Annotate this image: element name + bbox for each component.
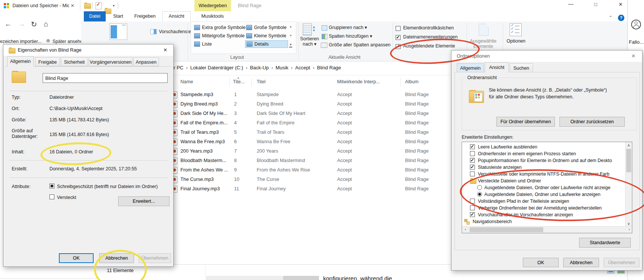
property-value: Dateiordner <box>49 95 74 100</box>
setting-checkbox[interactable] <box>470 171 475 176</box>
account-icon[interactable] <box>631 20 641 29</box>
advanced-setting-item[interactable]: Ordnerfenster in einem eigenen Prozess s… <box>462 151 626 157</box>
file-name: 200 Years.mp3 <box>180 148 231 154</box>
tab-start[interactable]: Start <box>109 11 128 21</box>
advanced-setting-item[interactable]: Leere Laufwerke ausblenden <box>462 144 626 150</box>
advanced-setting-item[interactable]: Verschlüsselte oder komprimierte NTFS-Da… <box>462 171 626 177</box>
browser-bottom-panel <box>206 275 283 280</box>
defaults-button[interactable]: Standardwerte <box>579 238 631 248</box>
setting-checkbox[interactable] <box>470 205 475 210</box>
advanced-setting-item[interactable]: Statusleiste anzeigen <box>462 164 626 171</box>
properties-tab-vorgängerversionen[interactable]: Vorgängerversionen <box>89 57 132 66</box>
apply-button[interactable]: Übernehmen <box>139 253 171 263</box>
file-track: 1 <box>234 92 237 97</box>
advanced-settings-list[interactable]: Leere Laufwerke ausblendenOrdnerfenster … <box>462 142 632 233</box>
folder-options-title: Ordneroptionen <box>457 54 490 59</box>
setting-label: Ausgeblendete Dateien, Ordner oder Laufw… <box>484 185 610 190</box>
advanced-setting-item[interactable]: Vorherige Ordnerfenster bei der Anmeldun… <box>462 205 626 211</box>
horizontal-scrollbar[interactable]: ‹ › <box>462 226 632 233</box>
folder-name-input[interactable]: Blind Rage <box>43 73 168 83</box>
setting-label: Verschlüsselte oder komprimierte NTFS-Da… <box>478 171 609 177</box>
advanced-setting-item[interactable]: Popupinformationen für Elemente in Ordne… <box>462 158 626 164</box>
advanced-setting-item[interactable]: Versteckte Dateien und Ordner <box>462 178 626 184</box>
folder-view-text-2: für alle Ordner dieses Typs übernehmen. <box>489 94 573 99</box>
tab-close-icon[interactable]: ✕ <box>71 3 74 8</box>
setting-folder-icon <box>470 179 476 184</box>
browser-back-icon[interactable]: ← <box>5 20 12 28</box>
navigation-pane-icon[interactable] <box>109 23 127 40</box>
setting-checkbox[interactable] <box>470 158 475 163</box>
setting-radio[interactable] <box>477 185 482 190</box>
properties-tab-allgemein[interactable]: Allgemein <box>7 56 34 67</box>
file-track: 9 <box>234 167 237 173</box>
property-value: C:\Back-Up\Musik\Accept <box>49 106 102 111</box>
bookmark-import[interactable]: ezeichen importier... <box>0 39 42 44</box>
file-title: Stampede <box>257 92 279 97</box>
fo-ok-button[interactable]: OK <box>523 258 559 267</box>
property-label: Ort: <box>12 106 48 112</box>
folder-options-tab-allgemein[interactable]: Allgemein <box>457 63 484 72</box>
advanced-setting-item[interactable]: Ausgeblendete Dateien, Ordner und Laufwe… <box>462 191 626 198</box>
folder-options-tab-suchen[interactable]: Suchen <box>510 63 533 72</box>
ribbon-checkbox[interactable] <box>396 35 401 40</box>
file-name: The Curse.mp3 <box>180 176 231 182</box>
scroll-left-icon[interactable]: ‹ <box>463 227 468 232</box>
tab-freigeben[interactable]: Freigeben <box>131 11 159 21</box>
advanced-setting-item[interactable]: Vollständigen Pfad in der Titelleiste an… <box>462 198 626 205</box>
setting-label: Navigationsbereich <box>473 219 512 224</box>
created-label: Erstellt: <box>12 166 27 171</box>
screenshot-root: Dateien und Speicher - Microso ✕ ← → ↻ ⌂… <box>0 0 644 280</box>
collapse-ribbon-icon[interactable]: ⌃ <box>609 15 612 20</box>
browser-home-icon[interactable]: ⌂ <box>44 20 48 28</box>
setting-tree-icon <box>464 219 470 224</box>
properties-tab-anpassen[interactable]: Anpassen <box>133 57 159 66</box>
qat-customize-icon[interactable]: ▾ <box>113 4 115 8</box>
tab-datei[interactable]: Datei <box>84 11 106 21</box>
readonly-checkbox[interactable] <box>49 184 54 188</box>
minimize-button[interactable]: — <box>563 1 578 9</box>
file-title: Bloodbath Mastermind <box>257 158 305 163</box>
fo-cancel-button[interactable]: Abbrechen <box>563 258 599 267</box>
file-track: 4 <box>234 120 237 125</box>
advanced-setting-item[interactable]: Ausgeblendete Dateien, Ordner oder Laufw… <box>462 185 626 191</box>
setting-checkbox[interactable] <box>470 151 475 156</box>
ok-button[interactable]: OK <box>59 253 94 263</box>
advanced-setting-item[interactable]: Navigationsbereich <box>462 219 626 225</box>
folder-options-tab-ansicht[interactable]: Ansicht <box>485 62 509 73</box>
scroll-down-icon[interactable]: ∨ <box>626 221 632 226</box>
properties-tab-freigabe[interactable]: Freigabe <box>35 57 60 66</box>
ribbon-checkbox[interactable] <box>396 26 401 31</box>
bookmark-later[interactable]: Später ansehe <box>52 39 83 44</box>
advanced-setting-item[interactable]: Vorschauhandler im Vorschaufenster anzei… <box>462 212 626 218</box>
properties-close-icon[interactable]: ✕ <box>160 44 171 55</box>
fo-apply-button[interactable]: Übernehmen <box>604 258 639 267</box>
browser-tab[interactable]: Dateien und Speicher - Microso ✕ <box>0 0 80 11</box>
setting-checkbox[interactable] <box>470 212 475 217</box>
scroll-right-icon[interactable]: › <box>627 227 632 232</box>
folder-options-close-icon[interactable]: ✕ <box>628 50 639 61</box>
apply-to-folders-button[interactable]: Für Ordner übernehmen <box>496 117 555 127</box>
ribbon-checkbox[interactable] <box>396 44 401 49</box>
help-icon[interactable]: ? <box>618 15 624 21</box>
properties-tab-sicherheit[interactable]: Sicherheit <box>61 57 88 66</box>
setting-checkbox[interactable] <box>470 199 475 203</box>
file-album: Blind Rage <box>405 158 429 163</box>
setting-checkbox[interactable] <box>470 144 475 149</box>
cancel-button[interactable]: Abbrechen <box>99 253 134 263</box>
hidden-checkbox[interactable] <box>49 194 54 199</box>
scroll-up-icon[interactable]: ∧ <box>626 143 632 148</box>
browser-reload-icon[interactable]: ↻ <box>31 20 37 29</box>
file-name: Dying Breed.mp3 <box>180 101 231 107</box>
reset-folders-button[interactable]: Ordner zurücksetzen <box>559 117 625 127</box>
close-button[interactable]: ✕ <box>613 2 628 10</box>
status-item-count: 11 Elemente <box>107 268 134 273</box>
browser-forward-icon[interactable]: → <box>18 20 25 28</box>
folder-view-group-label: Ordneransicht <box>466 75 498 80</box>
ribbon-checkbox-label: Dateinamenerweiterungen <box>403 34 458 40</box>
vertical-scrollbar[interactable]: ∧ ∨ <box>625 142 632 227</box>
qat-properties-icon[interactable]: ✓ <box>96 2 102 9</box>
maximize-button[interactable]: □ <box>588 2 603 10</box>
setting-radio[interactable] <box>477 192 482 197</box>
advanced-button[interactable]: Erweitert... <box>118 196 169 206</box>
setting-checkbox[interactable] <box>470 165 475 170</box>
